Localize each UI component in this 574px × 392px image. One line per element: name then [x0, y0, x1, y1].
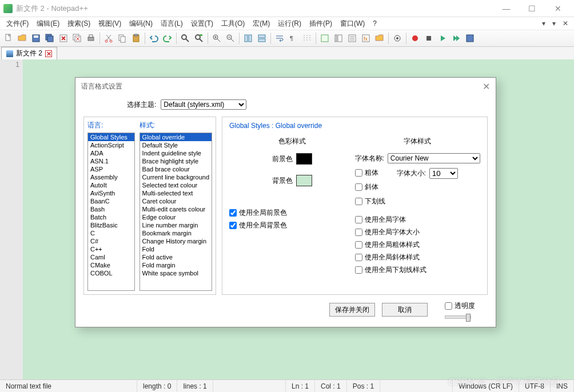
- style-item[interactable]: White space symbol: [140, 269, 212, 277]
- style-item[interactable]: Default Style: [140, 141, 212, 149]
- menu-view[interactable]: 视图(V): [94, 18, 125, 30]
- folder-workspace-icon[interactable]: [373, 32, 386, 45]
- save-icon[interactable]: [30, 32, 42, 45]
- use-global-font-size-checkbox[interactable]: [355, 229, 362, 236]
- copy-icon[interactable]: [116, 32, 129, 45]
- tab-close-icon[interactable]: ✕: [45, 50, 52, 57]
- style-item[interactable]: Global override: [140, 133, 212, 141]
- close-file-icon[interactable]: [57, 32, 70, 45]
- open-file-icon[interactable]: [16, 32, 29, 45]
- menu-window[interactable]: 窗口(W): [336, 18, 369, 30]
- print-icon[interactable]: [85, 32, 97, 45]
- paste-icon[interactable]: [130, 32, 142, 45]
- undo-icon[interactable]: [148, 32, 160, 45]
- style-item[interactable]: Fold: [140, 245, 212, 253]
- menu-plugins[interactable]: 插件(P): [305, 18, 336, 30]
- menu-encoding[interactable]: 编码(N): [125, 18, 157, 30]
- menu-overflow-icon[interactable]: ▾: [539, 18, 549, 29]
- style-item[interactable]: Change History margin: [140, 237, 212, 245]
- doc-list-icon[interactable]: [346, 32, 358, 45]
- language-listbox[interactable]: Global StylesActionScriptADAASN.1ASPAsse…: [87, 133, 135, 291]
- sync-v-icon[interactable]: [242, 32, 254, 45]
- menu-file[interactable]: 文件(F): [2, 18, 33, 30]
- use-global-bold-checkbox[interactable]: [355, 241, 362, 249]
- language-item[interactable]: ADA: [88, 149, 134, 157]
- record-icon[interactable]: [409, 32, 421, 45]
- menu-edit[interactable]: 编辑(E): [33, 18, 63, 30]
- menu-help[interactable]: ?: [369, 18, 381, 29]
- cancel-button[interactable]: 取消: [382, 303, 428, 317]
- font-name-select[interactable]: Courier New: [388, 153, 480, 163]
- font-size-select[interactable]: 10: [429, 168, 458, 179]
- style-item[interactable]: Bad brace colour: [140, 165, 212, 173]
- use-global-bg-checkbox[interactable]: [229, 222, 237, 229]
- language-item[interactable]: ASP: [88, 165, 134, 173]
- language-item[interactable]: AviSynth: [88, 189, 134, 197]
- style-item[interactable]: Current line background: [140, 173, 212, 181]
- udl-icon[interactable]: [318, 32, 331, 45]
- monitor-icon[interactable]: [391, 32, 404, 45]
- use-global-font-checkbox[interactable]: [355, 216, 362, 223]
- save-close-button[interactable]: 保存并关闭: [329, 303, 375, 317]
- style-item[interactable]: Edge colour: [140, 213, 212, 221]
- style-item[interactable]: Line number margin: [140, 221, 212, 229]
- menu-language[interactable]: 语言(L): [157, 18, 187, 30]
- style-item[interactable]: Multi-selected text: [140, 189, 212, 197]
- italic-checkbox[interactable]: [355, 183, 362, 191]
- theme-select[interactable]: Default (stylers.xml): [161, 99, 246, 110]
- replace-icon[interactable]: [193, 32, 205, 45]
- language-item[interactable]: AutoIt: [88, 181, 134, 189]
- dialog-close-icon[interactable]: ✕: [483, 81, 490, 92]
- maximize-button[interactable]: ☐: [519, 0, 545, 17]
- language-item[interactable]: Bash: [88, 205, 134, 213]
- save-all-icon[interactable]: [43, 32, 56, 45]
- language-item[interactable]: C#: [88, 237, 134, 245]
- use-global-italic-checkbox[interactable]: [355, 254, 362, 261]
- use-global-underline-checkbox[interactable]: [355, 266, 362, 274]
- new-file-icon[interactable]: [2, 32, 15, 45]
- menu-search[interactable]: 搜索(S): [63, 18, 94, 30]
- minimize-button[interactable]: —: [493, 0, 519, 17]
- window-menu-icon[interactable]: ▾: [549, 18, 559, 29]
- style-item[interactable]: Fold active: [140, 253, 212, 261]
- menu-settings[interactable]: 设置(T): [187, 18, 217, 30]
- tab-file[interactable]: 新文件 2 ✕: [1, 47, 57, 59]
- language-item[interactable]: Assembly: [88, 173, 134, 181]
- cut-icon[interactable]: [102, 32, 115, 45]
- language-item[interactable]: C++: [88, 245, 134, 253]
- indent-guide-icon[interactable]: [301, 32, 313, 45]
- language-item[interactable]: Caml: [88, 253, 134, 261]
- transparency-checkbox[interactable]: [445, 302, 452, 310]
- language-item[interactable]: ASN.1: [88, 157, 134, 165]
- style-item[interactable]: Fold margin: [140, 261, 212, 269]
- sync-h-icon[interactable]: [256, 32, 268, 45]
- style-item[interactable]: Indent guideline style: [140, 149, 212, 157]
- language-item[interactable]: BlitzBasic: [88, 221, 134, 229]
- wordwrap-icon[interactable]: [273, 32, 286, 45]
- bold-checkbox[interactable]: [355, 169, 362, 177]
- menu-run[interactable]: 运行(R): [274, 18, 305, 30]
- language-item[interactable]: C: [88, 229, 134, 237]
- play-icon[interactable]: [436, 32, 449, 45]
- menu-macro[interactable]: 宏(M): [249, 18, 274, 30]
- language-item[interactable]: COBOL: [88, 269, 134, 277]
- zoom-out-icon[interactable]: [224, 32, 237, 45]
- close-button[interactable]: ✕: [545, 0, 571, 17]
- style-item[interactable]: Multi-edit carets colour: [140, 205, 212, 213]
- menu-tools[interactable]: 工具(O): [217, 18, 249, 30]
- func-list-icon[interactable]: fx: [360, 32, 372, 45]
- save-macro-icon[interactable]: [464, 32, 476, 45]
- play-multi-icon[interactable]: [450, 32, 463, 45]
- fg-color-swatch[interactable]: [296, 153, 312, 165]
- stop-icon[interactable]: [422, 32, 435, 45]
- style-item[interactable]: Brace highlight style: [140, 157, 212, 165]
- zoom-in-icon[interactable]: [210, 32, 223, 45]
- underline-checkbox[interactable]: [355, 198, 362, 205]
- doc-map-icon[interactable]: [332, 32, 345, 45]
- use-global-fg-checkbox[interactable]: [229, 209, 237, 217]
- all-chars-icon[interactable]: ¶: [287, 32, 300, 45]
- language-item[interactable]: ActionScript: [88, 141, 134, 149]
- style-item[interactable]: Caret colour: [140, 197, 212, 205]
- language-item[interactable]: CMake: [88, 261, 134, 269]
- style-listbox[interactable]: Global overrideDefault StyleIndent guide…: [139, 133, 212, 291]
